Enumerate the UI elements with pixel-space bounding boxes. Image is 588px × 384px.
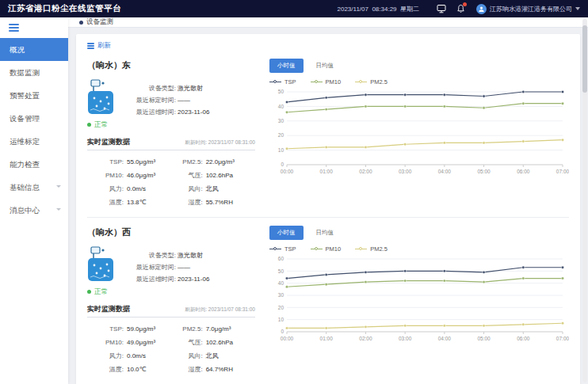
maintenance-time-label: 最近运维时间: bbox=[120, 106, 176, 118]
metric-value: 北风 bbox=[203, 182, 255, 196]
metric-label: TSP: bbox=[87, 155, 124, 169]
metric-value: 13.8℃ bbox=[124, 196, 165, 209]
status-label: 正常 bbox=[94, 287, 108, 297]
user-avatar[interactable] bbox=[476, 4, 487, 14]
header-weekday: 星期二 bbox=[400, 6, 419, 13]
legend-item-pm25[interactable]: PM2.5 bbox=[355, 78, 388, 86]
daily-average-button[interactable]: 日均值 bbox=[308, 226, 342, 240]
sidebar-item-label: 设备管理 bbox=[10, 114, 40, 123]
realtime-refresh-time: 刷新时间: 2023/11/07 08:31:00 bbox=[185, 139, 255, 146]
daily-average-button[interactable]: 日均值 bbox=[308, 59, 342, 73]
status-badge: 正常 bbox=[87, 120, 255, 130]
sidebar-item-data-monitoring[interactable]: 数据监测 bbox=[0, 61, 68, 84]
svg-text:06:00: 06:00 bbox=[517, 336, 530, 341]
device-type-value: 激光散射 bbox=[176, 82, 209, 94]
metric-value: 64.7%RH bbox=[203, 363, 255, 376]
legend-item-tsp[interactable]: TSP bbox=[269, 245, 296, 253]
sidebar-item-ops-calibration[interactable]: 运维标定 bbox=[0, 130, 68, 153]
svg-text:30: 30 bbox=[278, 292, 284, 298]
svg-text:06:00: 06:00 bbox=[517, 169, 530, 174]
dust-monitor-device-icon bbox=[87, 79, 114, 116]
svg-text:20: 20 bbox=[278, 304, 284, 310]
metrics-grid: TSP:59.0μg/m³ PM2.5:7.0μg/m³ PM10:49.0μg… bbox=[87, 317, 255, 376]
sidebar-item-label: 预警处置 bbox=[10, 91, 40, 100]
maintenance-time-value: 2023-11-06 bbox=[176, 273, 209, 285]
dust-monitor-device-icon bbox=[87, 246, 114, 283]
sidebar-item-capability-check[interactable]: 能力检查 bbox=[0, 153, 68, 176]
header-datetime: 2023/11/07 08:34:29 星期二 bbox=[338, 5, 420, 13]
station-name: （响水）西 bbox=[87, 226, 255, 238]
svg-text:60: 60 bbox=[278, 256, 284, 261]
metric-value: 49.0μg/m³ bbox=[124, 336, 165, 349]
sidebar-item-basic-info[interactable]: 基础信息 bbox=[0, 176, 68, 199]
metric-value: 0.0m/s bbox=[124, 349, 165, 363]
scrollbar-thumb[interactable] bbox=[582, 25, 587, 93]
metric-value: 22.0μg/m³ bbox=[203, 155, 255, 169]
metric-value: 10.0℃ bbox=[124, 363, 165, 376]
metric-value: 55.7%RH bbox=[203, 196, 255, 209]
svg-text:50: 50 bbox=[278, 268, 284, 273]
realtime-data-title: 实时监测数据 bbox=[87, 304, 130, 314]
svg-text:20: 20 bbox=[278, 132, 284, 138]
station-section-west: （响水）西 bbox=[87, 221, 569, 384]
calibration-time-value: —— bbox=[176, 261, 209, 273]
metric-label: 风向: bbox=[166, 182, 203, 196]
refresh-button[interactable]: 刷新 bbox=[87, 41, 111, 51]
list-icon bbox=[87, 42, 94, 51]
sidebar-item-device-management[interactable]: 设备管理 bbox=[0, 107, 68, 130]
legend-label: PM2.5 bbox=[370, 245, 388, 253]
menu-collapse-icon[interactable] bbox=[0, 17, 68, 38]
sidebar-item-message-center[interactable]: 消息中心 bbox=[0, 199, 68, 222]
svg-text:10: 10 bbox=[278, 317, 284, 322]
monitor-icon[interactable] bbox=[436, 3, 447, 14]
svg-text:01:00: 01:00 bbox=[320, 169, 334, 174]
sidebar-item-warning-disposal[interactable]: 预警处置 bbox=[0, 84, 68, 107]
header-time: 08:34:29 bbox=[372, 6, 396, 13]
hourly-value-button[interactable]: 小时值 bbox=[269, 226, 304, 240]
metric-label: PM2.5: bbox=[166, 322, 203, 336]
sidebar-item-label: 数据监测 bbox=[10, 68, 40, 77]
legend-marker-icon bbox=[269, 79, 281, 85]
chart-pane: 小时值 日均值 TSP PM10 PM2.5 010203040506000:0… bbox=[255, 224, 569, 376]
metric-value: 102.6hPa bbox=[203, 336, 255, 349]
maintenance-time-label: 最近运维时间: bbox=[120, 273, 176, 285]
station-info-pane: （响水）西 bbox=[87, 224, 255, 376]
status-dot-icon bbox=[87, 123, 91, 127]
legend-item-pm25[interactable]: PM2.5 bbox=[355, 245, 388, 253]
sidebar-item-label: 能力检查 bbox=[10, 160, 40, 169]
legend-item-pm10[interactable]: PM10 bbox=[311, 245, 342, 253]
tab-bar: 设备监测 bbox=[68, 17, 588, 28]
station-section-east: （响水）东 bbox=[87, 54, 569, 218]
main-area: 设备监测 刷新 （响水）东 bbox=[68, 17, 588, 384]
tab-label: 设备监测 bbox=[86, 17, 113, 27]
metric-value: 北风 bbox=[203, 349, 255, 363]
device-type-value: 激光散射 bbox=[176, 249, 209, 261]
maintenance-time-value: 2023-11-06 bbox=[176, 106, 209, 118]
svg-text:07:00: 07:00 bbox=[556, 336, 569, 341]
sidebar-item-label: 消息中心 bbox=[10, 206, 40, 215]
tab-device-monitoring[interactable]: 设备监测 bbox=[79, 17, 113, 27]
status-label: 正常 bbox=[94, 120, 108, 130]
svg-text:50: 50 bbox=[278, 89, 284, 94]
line-chart-west: 010203040506000:0001:0002:0003:0004:0005… bbox=[269, 254, 569, 343]
calibration-time-label: 最近标定时间: bbox=[120, 261, 176, 273]
legend-item-pm10[interactable]: PM10 bbox=[311, 78, 342, 86]
metric-label: 风力: bbox=[87, 349, 124, 363]
metric-value: 7.0μg/m³ bbox=[203, 322, 255, 336]
metric-value: 55.0μg/m³ bbox=[124, 155, 165, 169]
metric-label: 气压: bbox=[166, 169, 203, 182]
tab-dot-icon bbox=[79, 21, 83, 25]
bell-icon[interactable] bbox=[455, 3, 466, 14]
company-dropdown[interactable]: 江苏响水港灌江港务有限公司 bbox=[490, 5, 580, 13]
content-area: 刷新 （响水）东 bbox=[68, 28, 588, 384]
scrollbar-track[interactable] bbox=[582, 19, 587, 382]
metric-value: 0.0m/s bbox=[124, 182, 165, 196]
sidebar-item-overview[interactable]: 概况 bbox=[0, 38, 68, 61]
hourly-value-button[interactable]: 小时值 bbox=[269, 59, 304, 73]
svg-text:05:00: 05:00 bbox=[477, 169, 491, 174]
status-badge: 正常 bbox=[87, 287, 255, 297]
legend-marker-icon bbox=[311, 79, 323, 85]
realtime-data-title: 实时监测数据 bbox=[87, 137, 130, 147]
svg-text:04:00: 04:00 bbox=[438, 336, 452, 341]
legend-item-tsp[interactable]: TSP bbox=[269, 78, 296, 86]
